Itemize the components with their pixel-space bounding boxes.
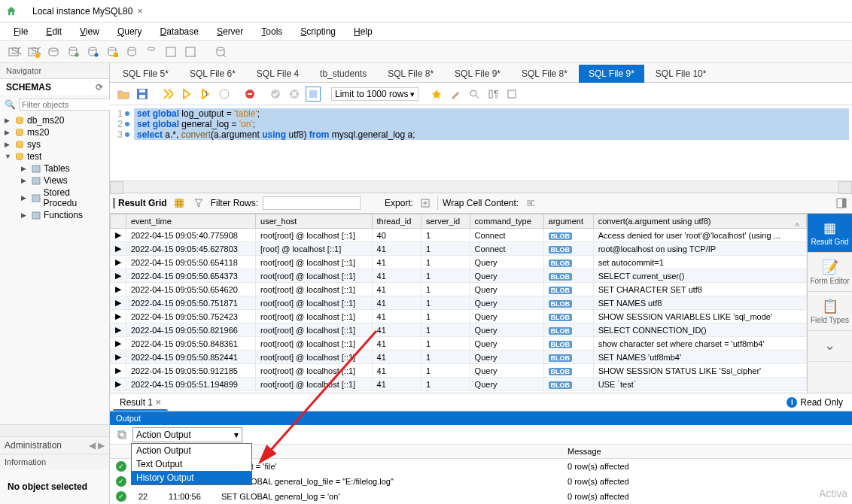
save-icon[interactable] (135, 87, 150, 102)
column-header[interactable]: event_time (126, 214, 256, 229)
information-tab[interactable]: Information (0, 454, 109, 469)
table-row[interactable]: ▶2022-04-15 09:05:50.821966root[root] @ … (111, 323, 807, 337)
table-row[interactable]: ▶2022-04-15 09:05:50.654620root[root] @ … (111, 283, 807, 296)
table-row[interactable]: ▶2022-04-15 09:05:50.848361root[root] @ … (111, 337, 807, 351)
tree-db-db_ms20[interactable]: ▶db_ms20 (3, 114, 106, 126)
toggle-invisible-icon[interactable]: ¶ (485, 87, 501, 102)
db-icon-5[interactable] (143, 44, 160, 60)
brush-icon[interactable] (448, 87, 463, 102)
column-header[interactable]: argument (543, 214, 593, 229)
sql-tab[interactable]: SQL File 8* (512, 65, 577, 83)
db-icon-6[interactable] (163, 44, 179, 60)
explain-icon[interactable]: i (198, 87, 213, 102)
tree-item-tables[interactable]: ▶Tables (20, 162, 106, 175)
table-row[interactable]: ▶2022-04-15 09:05:50.654118root[root] @ … (111, 256, 807, 269)
db-icon-3[interactable] (104, 44, 120, 60)
db-icon-2[interactable] (84, 44, 101, 60)
tree-item-views[interactable]: ▶Views (20, 175, 106, 187)
dropdown-option[interactable]: History Output (132, 471, 251, 484)
side-tool-form-editor[interactable]: 📝Form Editor (808, 253, 852, 292)
stop-icon[interactable] (217, 87, 232, 102)
schema-tree: ▶db_ms20▶ms20▶sys▼test▶Tables▶Views▶Stor… (0, 113, 109, 424)
table-row[interactable]: ▶2022-04-15 09:05:45.627803[root] @ loca… (111, 242, 807, 256)
sql-editor[interactable]: 1set global log_output = 'table';2set gl… (110, 105, 852, 181)
menu-scripting[interactable]: Scripting (293, 25, 343, 38)
wrap-cell-icon[interactable] (523, 196, 538, 211)
open-sql-icon[interactable]: SQL (26, 44, 42, 60)
table-row[interactable]: ▶2022-04-15 09:05:50.654373root[root] @ … (111, 269, 807, 283)
open-inspector-icon[interactable] (45, 44, 62, 60)
sql-tab[interactable]: SQL File 9* (445, 65, 510, 83)
connection-tab[interactable]: Local instance MySQL80 × (24, 2, 151, 20)
side-tool-field-types[interactable]: 📋Field Types (808, 292, 852, 331)
sql-tab[interactable]: SQL File 4 (247, 65, 309, 83)
menu-help[interactable]: Help (346, 25, 380, 38)
close-icon[interactable]: × (137, 5, 143, 17)
find-icon[interactable] (467, 87, 482, 102)
tree-item-functions[interactable]: ▶Functions (20, 209, 106, 221)
execute-icon[interactable] (160, 87, 175, 102)
column-header[interactable]: thread_id (372, 214, 421, 229)
wrap-icon[interactable] (504, 87, 519, 102)
cancel-icon[interactable] (242, 87, 257, 102)
administration-tab[interactable]: Administration ◀ ▶ (0, 436, 109, 454)
tree-db-ms20[interactable]: ▶ms20 (3, 126, 106, 138)
table-row[interactable]: ▶2022-04-15 09:05:50.852441root[root] @ … (111, 351, 807, 364)
sql-tab[interactable]: tb_students (310, 65, 376, 83)
close-icon[interactable]: × (155, 396, 161, 408)
grid-icon[interactable] (172, 196, 187, 211)
beautify-icon[interactable] (429, 87, 444, 102)
menu-edit[interactable]: Edit (38, 25, 69, 38)
autocommit-icon[interactable] (306, 87, 321, 102)
sql-tab[interactable]: SQL File 8* (378, 65, 443, 83)
result-tab-1[interactable]: Result 1 × (113, 394, 168, 411)
dropdown-option[interactable]: Action Output (132, 444, 251, 457)
panel-toggle-icon[interactable] (834, 196, 849, 211)
menu-database[interactable]: Database (153, 25, 206, 38)
dropdown-option[interactable]: Text Output (132, 457, 251, 471)
output-type-dropdown[interactable]: Action Output▾ (132, 427, 242, 442)
table-row[interactable]: ▶2022-04-15 09:05:51.194899root[root] @ … (111, 378, 807, 391)
db-icon-7[interactable] (182, 44, 199, 60)
table-row[interactable]: ▶2022-04-15 09:05:40.775908root[root] @ … (111, 229, 807, 242)
refresh-icon[interactable]: ⟳ (96, 82, 103, 93)
side-tool-more[interactable]: ⌄ (808, 331, 852, 362)
filter-icon[interactable] (191, 196, 206, 211)
sql-tab[interactable]: SQL File 5* (113, 65, 178, 83)
column-header[interactable]: command_type (470, 214, 543, 229)
db-icon-8[interactable] (212, 44, 229, 60)
output-row[interactable]: ✓2211:00:56SET GLOBAL general_log = 'on'… (110, 489, 852, 504)
limit-rows-dropdown[interactable]: Limit to 1000 rows ▾ (331, 87, 418, 101)
filter-rows-input[interactable] (263, 196, 361, 210)
db-icon-1[interactable] (65, 44, 81, 60)
side-tool-result-grid[interactable]: ▦Result Grid (808, 214, 852, 253)
menu-file[interactable]: File (6, 25, 35, 38)
result-grid[interactable]: event_timeuser_hostthread_idserver_idcom… (110, 214, 807, 393)
sql-tab[interactable]: SQL File 10* (646, 65, 717, 83)
new-sql-tab-icon[interactable]: SQL (6, 44, 23, 60)
menu-query[interactable]: Query (110, 25, 150, 38)
table-row[interactable]: ▶2022-04-15 09:05:50.752423root[root] @ … (111, 310, 807, 323)
sql-tab[interactable]: SQL File 6* (180, 65, 245, 83)
commit-icon[interactable] (268, 87, 283, 102)
table-row[interactable]: ▶2022-04-15 09:05:50.751871root[root] @ … (111, 296, 807, 310)
tree-item-stored procedu[interactable]: ▶Stored Procedu (20, 187, 106, 209)
sql-tab[interactable]: SQL File 9* (579, 65, 644, 83)
open-file-icon[interactable] (116, 87, 131, 102)
menu-server[interactable]: Server (209, 25, 251, 38)
menu-view[interactable]: View (72, 25, 107, 38)
menu-tools[interactable]: Tools (254, 25, 290, 38)
export-icon[interactable] (418, 196, 433, 211)
execute-current-icon[interactable] (179, 87, 194, 102)
tree-db-test[interactable]: ▼test (3, 150, 106, 162)
tree-db-sys[interactable]: ▶sys (3, 138, 106, 150)
column-header[interactable]: user_host (256, 214, 373, 229)
column-header[interactable]: convert(a.argument using utf8) (593, 214, 806, 229)
home-icon[interactable] (5, 5, 18, 18)
rollback-icon[interactable] (287, 87, 302, 102)
table-row[interactable]: ▶2022-04-15 09:05:50.912185root[root] @ … (111, 364, 807, 378)
db-icon-4[interactable] (123, 44, 140, 60)
editor-scrollbar[interactable] (110, 181, 852, 193)
output-copy-icon[interactable] (114, 427, 129, 442)
column-header[interactable]: server_id (421, 214, 470, 229)
